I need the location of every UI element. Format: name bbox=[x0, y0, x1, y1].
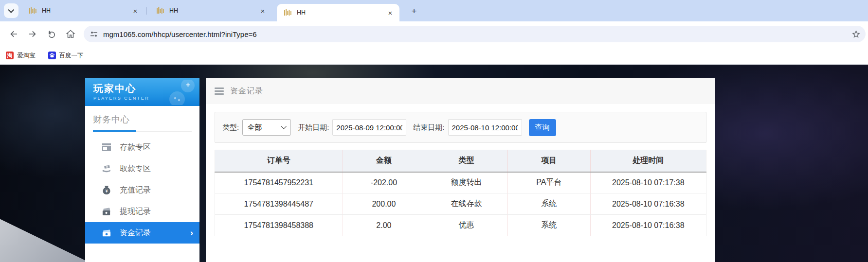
start-date-label: 开始日期: bbox=[298, 123, 329, 132]
player-center-sidebar: 玩家中心 PLAYERS CENTER 财务中心 存款专区 bbox=[85, 78, 199, 262]
type-label: 类型: bbox=[222, 123, 239, 132]
cell-order-id: 1754781398458388 bbox=[215, 215, 343, 236]
finance-section-title: 财务中心 bbox=[93, 114, 192, 125]
svg-text:¥: ¥ bbox=[106, 189, 108, 193]
tab-3-active[interactable]: HH × bbox=[277, 4, 399, 21]
cell-amount: 200.00 bbox=[343, 193, 425, 215]
home-button[interactable] bbox=[63, 26, 78, 42]
tab-strip: HH × HH × HH × + bbox=[0, 0, 868, 21]
bookmark-baidu[interactable]: 百度一下 bbox=[48, 52, 84, 60]
tab-search-button[interactable] bbox=[4, 3, 18, 18]
sidebar-item-label: 资金记录 bbox=[120, 228, 151, 238]
site-favicon bbox=[29, 7, 37, 14]
cell-order-id: 1754781457952231 bbox=[215, 172, 343, 193]
col-time: 处理时间 bbox=[590, 150, 706, 172]
tab-title: HH bbox=[42, 7, 131, 14]
site-favicon bbox=[284, 9, 292, 16]
address-bar[interactable]: mgm1065.com/hhcp/usercenter.html?iniType… bbox=[84, 26, 866, 42]
sidebar-item-recharge-records[interactable]: ¥ 充值记录 bbox=[85, 179, 199, 201]
tab-title: HH bbox=[297, 9, 386, 16]
back-icon bbox=[9, 29, 18, 39]
gamepad-icon bbox=[166, 80, 197, 105]
col-type: 类型 bbox=[425, 150, 508, 172]
query-button[interactable]: 查询 bbox=[529, 119, 556, 136]
tab-close-icon[interactable]: × bbox=[386, 8, 395, 17]
tab-close-icon[interactable]: × bbox=[258, 6, 267, 15]
sidebar-item-deposit[interactable]: 存款专区 bbox=[85, 137, 199, 158]
type-select[interactable]: 全部 bbox=[242, 119, 291, 136]
reload-icon bbox=[47, 30, 56, 39]
sidebar-item-label: 充值记录 bbox=[120, 185, 151, 195]
cell-amount: 2.00 bbox=[343, 215, 425, 236]
bookmark-label: 爱淘宝 bbox=[17, 52, 36, 60]
finance-section: 财务中心 bbox=[85, 106, 199, 132]
panel-body: 类型: 全部 开始日期: 结束日期: 查询 bbox=[206, 104, 715, 236]
baidu-paw-icon bbox=[48, 52, 56, 59]
type-select-value: 全部 bbox=[247, 123, 262, 132]
panel-header: 资金记录 bbox=[206, 78, 715, 104]
home-icon bbox=[66, 29, 75, 39]
select-chevron-icon bbox=[281, 123, 287, 129]
site-favicon bbox=[156, 7, 164, 14]
bookmarks-bar: 淘 爱淘宝 百度一下 bbox=[0, 47, 868, 65]
forward-icon bbox=[28, 29, 37, 39]
cell-time: 2025-08-10 07:16:38 bbox=[590, 215, 706, 236]
new-tab-button[interactable]: + bbox=[408, 5, 420, 17]
cell-type: 优惠 bbox=[425, 215, 508, 236]
cell-type: 额度转出 bbox=[425, 172, 508, 193]
table-row: 1754781457952231 -202.00 额度转出 PA平台 2025-… bbox=[215, 172, 706, 193]
table-row: 1754781398458388 2.00 优惠 系统 2025-08-10 0… bbox=[215, 215, 706, 236]
section-divider-accent bbox=[93, 130, 136, 132]
cell-time: 2025-08-10 07:17:38 bbox=[590, 172, 706, 193]
url-text[interactable]: mgm1065.com/hhcp/usercenter.html?iniType… bbox=[103, 30, 851, 38]
sidebar-header: 玩家中心 PLAYERS CENTER bbox=[85, 78, 199, 106]
tab-close-icon[interactable]: × bbox=[131, 6, 140, 15]
cell-order-id: 1754781398445487 bbox=[215, 193, 343, 215]
chevron-down-icon bbox=[8, 7, 14, 13]
chevron-right-icon: › bbox=[190, 227, 193, 238]
fund-records-panel: 资金记录 类型: 全部 开始日期: 结束日期: 查询 bbox=[206, 78, 715, 262]
tab-2[interactable]: HH × bbox=[149, 0, 272, 21]
hand-money-icon bbox=[102, 164, 111, 174]
sidebar-item-label: 存款专区 bbox=[120, 142, 151, 153]
cell-amount: -202.00 bbox=[343, 172, 425, 193]
sidebar-menu: 存款专区 取款专区 ¥ 充值记录 bbox=[85, 137, 199, 244]
bookmark-star-icon[interactable] bbox=[851, 30, 861, 39]
reload-button[interactable] bbox=[44, 26, 59, 42]
page-background: 玩家中心 PLAYERS CENTER 财务中心 存款专区 bbox=[0, 65, 868, 262]
tab-1[interactable]: HH × bbox=[22, 0, 145, 21]
tab-separator bbox=[146, 7, 146, 15]
cell-type: 在线存款 bbox=[425, 193, 508, 215]
col-order-id: 订单号 bbox=[215, 150, 343, 172]
site-settings-icon[interactable] bbox=[90, 30, 98, 38]
col-project: 项目 bbox=[507, 150, 590, 172]
tab-title: HH bbox=[169, 7, 258, 14]
wallet-cards-icon bbox=[102, 207, 111, 216]
cell-project: PA平台 bbox=[507, 172, 590, 193]
bookmark-taobao[interactable]: 淘 爱淘宝 bbox=[6, 52, 36, 60]
taobao-icon: 淘 bbox=[6, 52, 14, 59]
forward-button[interactable] bbox=[25, 26, 40, 42]
sidebar-item-withdraw[interactable]: 取款专区 bbox=[85, 158, 199, 179]
panel-title: 资金记录 bbox=[230, 86, 263, 96]
money-bag-icon: ¥ bbox=[102, 185, 111, 195]
sidebar-item-label: 提现记录 bbox=[120, 207, 151, 217]
sidebar-item-fund-records[interactable]: 资金记录 › bbox=[85, 222, 199, 244]
back-button[interactable] bbox=[6, 26, 21, 42]
end-date-input[interactable] bbox=[448, 119, 522, 136]
background-wedge bbox=[0, 197, 89, 262]
section-divider bbox=[93, 131, 192, 132]
banknotes-icon bbox=[102, 228, 111, 238]
table-row: 1754781398445487 200.00 在线存款 系统 2025-08-… bbox=[215, 193, 706, 215]
bookmark-label: 百度一下 bbox=[59, 52, 84, 60]
cell-project: 系统 bbox=[507, 215, 590, 236]
sidebar-item-label: 取款专区 bbox=[120, 164, 151, 174]
fund-records-table: 订单号 金额 类型 项目 处理时间 1754781457952231 -202.… bbox=[215, 150, 706, 236]
browser-window: HH × HH × HH × + bbox=[0, 0, 868, 262]
sidebar-item-withdrawal-records[interactable]: 提现记录 bbox=[85, 201, 199, 222]
deposit-machine-icon bbox=[102, 142, 111, 152]
start-date-input[interactable] bbox=[332, 119, 406, 136]
cell-time: 2025-08-10 07:16:38 bbox=[590, 193, 706, 215]
menu-icon[interactable] bbox=[215, 87, 224, 95]
browser-toolbar: mgm1065.com/hhcp/usercenter.html?iniType… bbox=[0, 21, 868, 47]
